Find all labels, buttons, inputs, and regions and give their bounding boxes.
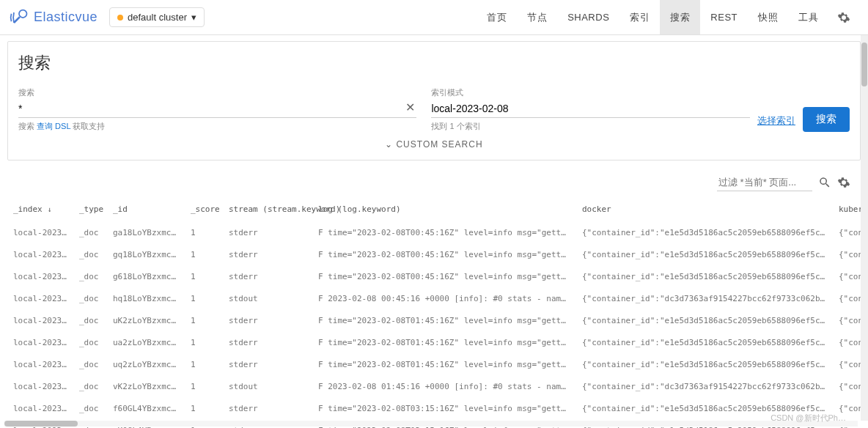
cell-index: local-2023-02-08 <box>7 310 73 332</box>
table-row[interactable]: local-2023-02-08_docuK2zLoYBzxmckReovK3U… <box>7 310 861 332</box>
main-nav: 首页节点SHARDS索引搜索REST快照工具 <box>477 0 828 34</box>
cell-type: _doc <box>73 376 107 398</box>
cell-log: F time="2023-02-08T03:15:16Z" level=info… <box>312 398 576 420</box>
table-header-row: _index ↓ _type _id _score stream (stream… <box>7 197 861 222</box>
cell-index: local-2023-02-08 <box>7 266 73 288</box>
col-docker[interactable]: docker <box>576 197 833 222</box>
brand-logo[interactable]: Elasticvue <box>9 7 98 28</box>
cell-log: F time="2023-02-08T00:45:16Z" level=info… <box>312 222 576 244</box>
cell-log: F 2023-02-08 00:45:16 +0000 [info]: #0 s… <box>312 288 576 310</box>
cell-docker: {"container_id":"dc3d7363af9154227bcc62f… <box>576 288 833 310</box>
col-stream[interactable]: stream (stream.keyword) <box>223 197 312 222</box>
cell-kuber: {"con <box>833 288 861 310</box>
cell-id: gq18LoYBzxmckReozajL <box>107 244 185 266</box>
nav-item-0[interactable]: 首页 <box>477 0 517 34</box>
col-index[interactable]: _index ↓ <box>7 197 73 222</box>
cell-kuber: {"con <box>833 376 861 398</box>
nav-item-3[interactable]: 索引 <box>619 0 660 34</box>
cell-log: F 2023-02-08 01:45:16 +0000 [info]: #0 s… <box>312 376 576 398</box>
cell-docker: {"container_id":"e1e5d3d5186ac5c2059eb65… <box>576 310 833 332</box>
table-row[interactable]: local-2023-02-08_docua2zLoYBzxmckReovK3U… <box>7 332 861 354</box>
cell-docker: {"container_id":"dc3d7363af9154227bcc62f… <box>576 376 833 398</box>
cell-stream: stderr <box>223 310 312 332</box>
cell-type: _doc <box>73 266 107 288</box>
clear-query-icon[interactable]: ✕ <box>405 100 415 114</box>
cell-stream: stderr <box>223 244 312 266</box>
search-icon[interactable] <box>818 176 831 189</box>
select-index-link[interactable]: 选择索引 <box>757 114 795 132</box>
cell-score: 1 <box>185 332 223 354</box>
cell-kuber: {"con <box>833 244 861 266</box>
cell-type: _doc <box>73 288 107 310</box>
nav-item-5[interactable]: REST <box>700 0 748 34</box>
table-row[interactable]: local-2023-02-08_dochq18LoYBzxmckReo46h6… <box>7 288 861 310</box>
cell-id: hq18LoYBzxmckReo46h6 <box>107 288 185 310</box>
gear-icon <box>837 11 850 24</box>
nav-item-4[interactable]: 搜索 <box>660 0 700 34</box>
vertical-scrollbar[interactable] <box>861 35 868 421</box>
table-row[interactable]: local-2023-02-08_docga18LoYBzxmckReozajL… <box>7 222 861 244</box>
filter-input[interactable] <box>717 174 812 191</box>
cell-id: g618LoYBzxmckReozajL <box>107 266 185 288</box>
custom-search-toggle[interactable]: ⌄CUSTOM SEARCH <box>18 132 850 151</box>
index-field-group: 索引模式 找到 1 个索引 选择索引 搜索 <box>431 87 850 132</box>
cell-stream: stderr <box>223 222 312 244</box>
cell-stream: stderr <box>223 332 312 354</box>
cell-score: 1 <box>185 376 223 398</box>
query-dsl-link[interactable]: 查询 DSL <box>37 122 70 130</box>
svg-point-0 <box>19 10 27 18</box>
col-type[interactable]: _type <box>73 197 107 222</box>
cluster-label: default cluster <box>128 12 187 23</box>
cell-score: 1 <box>185 266 223 288</box>
settings-button[interactable] <box>828 11 859 24</box>
cluster-selector[interactable]: default cluster ▾ <box>109 7 205 27</box>
cell-index: local-2023-02-08 <box>7 354 73 376</box>
nav-item-1[interactable]: 节点 <box>517 0 557 34</box>
col-kuber[interactable]: kuber <box>833 197 861 222</box>
cell-id: uK2zLoYBzxmckReovK3U <box>107 310 185 332</box>
nav-item-7[interactable]: 工具 <box>788 0 828 34</box>
search-button[interactable]: 搜索 <box>803 107 850 132</box>
table-row[interactable]: local-2023-02-08_docgq18LoYBzxmckReozajL… <box>7 244 861 266</box>
table-row[interactable]: local-2023-02-08_docg618LoYBzxmckReozajL… <box>7 266 861 288</box>
scrollbar-thumb[interactable] <box>4 421 78 427</box>
col-log[interactable]: log (log.keyword) <box>312 197 576 222</box>
cell-id: f60GL4YBzxmckReoI7XH <box>107 398 185 420</box>
query-input[interactable] <box>18 100 416 118</box>
sort-down-icon: ↓ <box>47 205 51 213</box>
cell-log: F time="2023-02-08T00:45:16Z" level=info… <box>312 244 576 266</box>
table-row[interactable]: local-2023-02-08_docuq2zLoYBzxmckReovK3U… <box>7 354 861 376</box>
cell-docker: {"container_id":"e1e5d3d5186ac5c2059eb65… <box>576 244 833 266</box>
col-score[interactable]: _score <box>185 197 223 222</box>
table-row[interactable]: local-2023-02-08_docf60GL4YBzxmckReoI7XH… <box>7 398 861 420</box>
cell-type: _doc <box>73 310 107 332</box>
search-card: 搜索 搜索 ✕ 搜索 查询 DSL 获取支持 索引模式 找到 1 个索引 选择索… <box>7 41 861 160</box>
cell-docker: {"container_id":"e1e5d3d5186ac5c2059eb65… <box>576 354 833 376</box>
cell-type: _doc <box>73 332 107 354</box>
cell-kuber: {"con <box>833 222 861 244</box>
table-row[interactable]: local-2023-02-08_docvK2zLoYBzxmckReo0q0L… <box>7 376 861 398</box>
brand-text: Elasticvue <box>34 10 98 25</box>
cell-stream: stderr <box>223 398 312 420</box>
scrollbar-thumb[interactable] <box>861 43 867 86</box>
cell-score: 1 <box>185 244 223 266</box>
horizontal-scrollbar[interactable] <box>4 421 858 427</box>
nav-item-2[interactable]: SHARDS <box>557 0 619 34</box>
cell-log: F time="2023-02-08T01:45:16Z" level=info… <box>312 354 576 376</box>
chevron-down-icon: ▾ <box>191 12 196 23</box>
index-pattern-input[interactable] <box>431 100 750 118</box>
index-hint: 找到 1 个索引 <box>431 121 750 132</box>
cell-score: 1 <box>185 310 223 332</box>
cell-log: F time="2023-02-08T01:45:16Z" level=info… <box>312 332 576 354</box>
cell-docker: {"container_id":"e1e5d3d5186ac5c2059eb65… <box>576 266 833 288</box>
query-hint: 搜索 查询 DSL 获取支持 <box>18 121 416 132</box>
cell-type: _doc <box>73 398 107 420</box>
cell-score: 1 <box>185 398 223 420</box>
cell-index: local-2023-02-08 <box>7 398 73 420</box>
gear-icon[interactable] <box>837 176 850 189</box>
cell-index: local-2023-02-08 <box>7 222 73 244</box>
cell-score: 1 <box>185 222 223 244</box>
nav-item-6[interactable]: 快照 <box>748 0 788 34</box>
col-id[interactable]: _id <box>107 197 185 222</box>
cell-id: ua2zLoYBzxmckReovK3U <box>107 332 185 354</box>
